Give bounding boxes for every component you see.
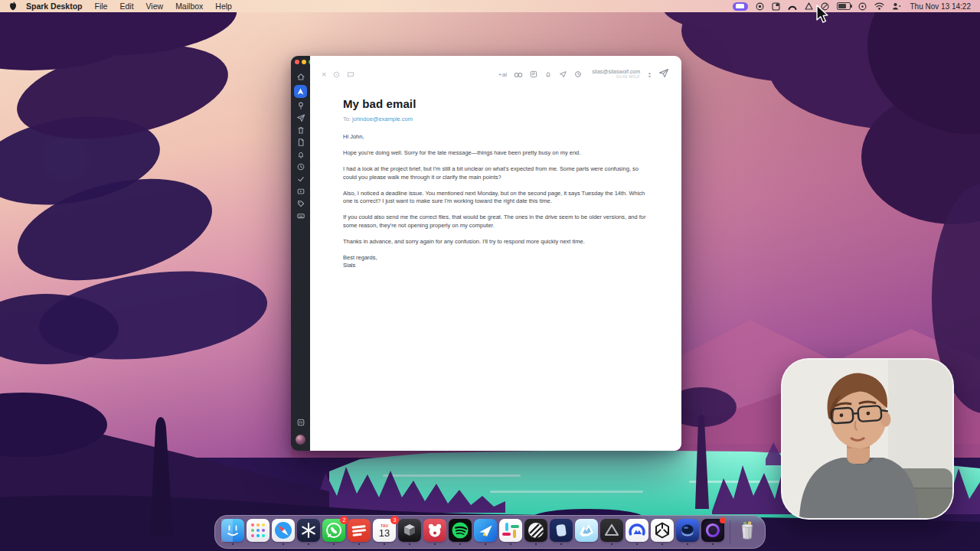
email-pane: × +ai (310, 56, 681, 451)
ai-button[interactable]: +ai (498, 71, 508, 78)
dock-item-chatgpt[interactable] (651, 519, 674, 546)
keyboard-switcher-icon[interactable] (733, 2, 748, 11)
menu-edit[interactable]: Edit (119, 2, 133, 11)
link-icon[interactable] (514, 67, 523, 81)
dock-item-spotify[interactable] (449, 519, 472, 546)
user-switch-icon[interactable] (892, 2, 901, 10)
notification-bell-icon[interactable] (544, 67, 552, 81)
send-icon[interactable] (296, 113, 305, 122)
widgets-icon[interactable] (296, 418, 305, 427)
to-label: To: (343, 116, 351, 122)
spark-inbox-icon[interactable] (294, 85, 307, 98)
calendar-icon: THU 13 3 (373, 519, 396, 542)
triangle-app-icon (600, 519, 623, 542)
dock-item-launchpad[interactable] (247, 519, 270, 546)
send-later-icon[interactable] (559, 67, 567, 81)
menu-help[interactable]: Help (215, 2, 232, 11)
dock-item-asterisk-app[interactable] (297, 519, 320, 546)
email-content: My bad email To: johndoe@example.com Hi … (343, 97, 647, 270)
todoist-icon (348, 519, 371, 542)
dock-item-slack[interactable] (499, 519, 522, 546)
bear-icon (423, 519, 446, 542)
finder-icon (221, 519, 244, 542)
email-paragraph: Hi John, (343, 133, 647, 142)
menu-bar-clock[interactable]: Thu Nov 13 14:22 (910, 2, 972, 11)
calendar-day: 13 (379, 528, 390, 539)
dock-item-bear[interactable] (423, 519, 446, 546)
window-sidebar (291, 56, 310, 451)
control-center-icon[interactable] (858, 2, 867, 11)
dock: 2 THU 13 3 (214, 515, 766, 549)
trash-can-icon (736, 519, 759, 542)
dock-item-nordvpn[interactable] (626, 519, 648, 546)
menu-mailbox[interactable]: Mailbox (175, 2, 203, 11)
safari-icon (272, 519, 295, 542)
recipient-email-link[interactable]: johndoe@example.com (352, 116, 413, 122)
menu-view[interactable]: View (146, 2, 164, 11)
dock-item-todoist[interactable] (348, 519, 371, 546)
spark-window: × +ai (291, 56, 681, 451)
dock-item-triangle-app[interactable] (600, 519, 623, 546)
dock-item-spark[interactable] (474, 519, 497, 546)
trash-icon[interactable] (296, 126, 305, 135)
dock-item-calendar[interactable]: THU 13 3 (373, 519, 396, 546)
bell-icon[interactable] (296, 150, 305, 159)
send-button[interactable] (658, 67, 669, 81)
play-triangle-icon[interactable] (805, 2, 813, 10)
comment-icon[interactable] (347, 67, 354, 81)
dock-item-screen-studio[interactable] (701, 519, 724, 546)
close-window-button[interactable] (295, 60, 299, 64)
tag-icon[interactable] (296, 199, 305, 208)
desktop: Spark Desktop File Edit View Mailbox Hel… (0, 0, 980, 551)
notion-calendar-icon (524, 519, 547, 542)
dock-item-docs-app[interactable] (550, 519, 573, 546)
dock-item-whatsapp[interactable]: 2 (322, 519, 345, 546)
chatgpt-icon (651, 519, 674, 542)
dock-item-trash[interactable] (736, 519, 759, 546)
battery-icon[interactable] (837, 2, 851, 10)
menu-bar: Spark Desktop File Edit View Mailbox Hel… (0, 0, 980, 12)
arc-icon[interactable] (788, 3, 797, 10)
wifi-icon[interactable] (874, 2, 884, 10)
menu-file[interactable]: File (95, 2, 108, 11)
dock-item-cube-app[interactable] (398, 519, 421, 546)
dock-item-notion-calendar[interactable] (524, 519, 547, 546)
check-icon[interactable] (296, 174, 305, 184)
spark-icon (474, 519, 497, 542)
dock-item-finder[interactable] (221, 519, 244, 546)
dock-item-paste-app[interactable] (676, 519, 699, 546)
dock-item-safari[interactable] (272, 519, 295, 546)
email-paragraph: Hope you're doing well. Sorry for the la… (343, 149, 647, 158)
schedule-send-icon[interactable] (574, 67, 582, 81)
focus-icon[interactable] (821, 2, 829, 11)
freeform-app-icon (575, 519, 598, 542)
screen-studio-icon (701, 519, 724, 542)
email-body[interactable]: Hi John, Hope you're doing well. Sorry f… (343, 133, 647, 270)
email-paragraph: Also, I noticed a deadline issue. You me… (343, 190, 647, 206)
record-icon[interactable] (756, 2, 764, 11)
pin-icon[interactable] (296, 101, 305, 110)
home-icon[interactable] (296, 72, 305, 81)
nordvpn-icon (626, 519, 648, 542)
apple-menu-icon[interactable] (9, 2, 17, 11)
account-avatar[interactable] (296, 435, 305, 445)
email-paragraph: If you could also send me the correct fi… (343, 214, 647, 230)
history-icon[interactable] (333, 67, 340, 81)
minimize-window-button[interactable] (302, 60, 306, 64)
email-paragraph: Thanks in advance, and sorry again for a… (343, 238, 647, 246)
document-icon[interactable] (296, 138, 305, 147)
close-email-button[interactable]: × (322, 70, 326, 79)
active-app-name[interactable]: Spark Desktop (26, 2, 83, 11)
chevron-down-icon[interactable] (648, 67, 652, 81)
asterisk-app-icon (297, 519, 320, 542)
email-subject: My bad email (343, 97, 647, 110)
sender-name: SILAS WOLF (592, 75, 640, 79)
template-icon[interactable] (530, 67, 537, 81)
clock-icon[interactable] (296, 162, 305, 171)
keyboard-icon[interactable] (296, 211, 305, 220)
screen-capture-icon[interactable] (772, 2, 780, 11)
video-icon[interactable] (296, 187, 305, 196)
spotify-icon (449, 519, 472, 542)
dock-item-freeform-app[interactable] (575, 519, 598, 546)
sender-account[interactable]: silas@silaswolf.com SILAS WOLF (592, 69, 640, 79)
